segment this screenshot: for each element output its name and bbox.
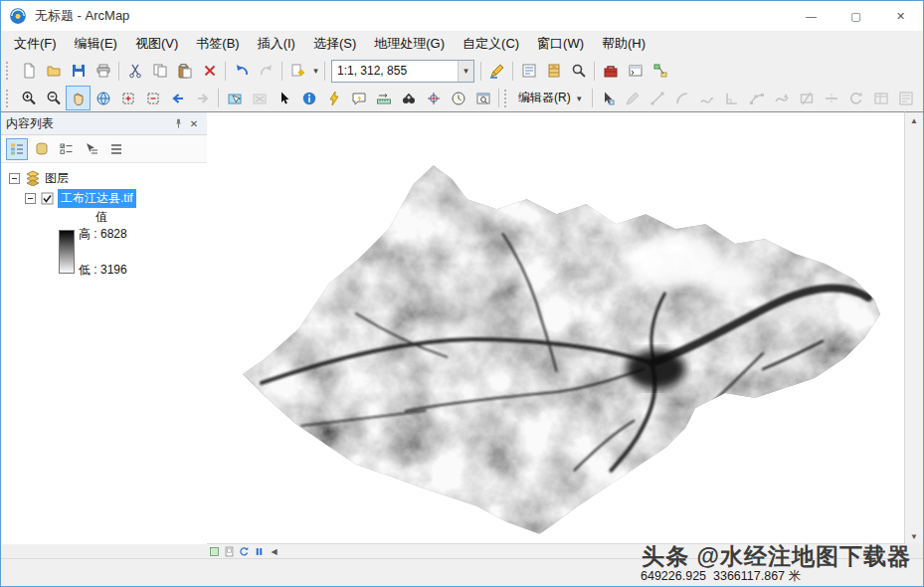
edit-sketch-button[interactable] (484, 59, 509, 84)
cut-polygons-button[interactable] (795, 86, 820, 110)
catalog-button[interactable] (541, 59, 566, 84)
chevron-down-icon[interactable]: ▾ (458, 61, 473, 82)
layer-checkbox[interactable] (41, 192, 54, 205)
new-map-button[interactable] (16, 59, 41, 84)
arctoolbox-button[interactable] (598, 59, 623, 84)
layers-group-label[interactable]: 图层 (45, 170, 69, 187)
editor-menu-button[interactable]: 编辑器(R) ▾ (514, 88, 589, 109)
trace-tool-button[interactable] (695, 86, 720, 110)
scroll-left-icon[interactable]: ◀ (267, 545, 281, 559)
menu-selection[interactable]: 选择(S) (304, 31, 365, 57)
measure-button[interactable] (371, 86, 396, 110)
toc-header[interactable]: 内容列表 ✕ (1, 112, 207, 135)
zoom-in-button[interactable] (16, 86, 41, 110)
sketch-properties-button[interactable] (894, 86, 919, 110)
select-features-button[interactable] (222, 86, 247, 110)
menu-file[interactable]: 文件(F) (5, 31, 66, 57)
right-angle-tool-button[interactable] (720, 86, 745, 110)
map-scale-input[interactable] (332, 64, 458, 78)
collapse-expander-icon[interactable] (9, 173, 20, 184)
attributes-button[interactable] (869, 86, 894, 110)
menu-view[interactable]: 视图(V) (126, 31, 187, 57)
tree-row-layers[interactable]: 图层 (1, 168, 207, 188)
add-data-button[interactable] (285, 59, 310, 84)
edit-vertices-button[interactable] (745, 86, 770, 110)
viewer-window-button[interactable] (470, 86, 495, 110)
refresh-view-button[interactable] (237, 545, 252, 559)
cut-button[interactable] (122, 59, 147, 84)
python-window-button[interactable] (623, 59, 647, 84)
layers-icon (25, 170, 41, 186)
reshape-feature-button[interactable] (770, 86, 795, 110)
hyperlink-button[interactable] (321, 86, 346, 110)
search-button[interactable] (566, 59, 591, 84)
undo-button[interactable] (229, 59, 254, 84)
toolbox-icon (603, 63, 619, 79)
vertical-scrollbar[interactable]: ▲ ▼ (904, 111, 923, 544)
go-to-xy-button[interactable] (421, 86, 446, 110)
pause-drawing-button[interactable] (252, 545, 267, 559)
close-button[interactable]: ✕ (878, 1, 923, 31)
collapse-expander-icon[interactable] (25, 193, 36, 204)
map-view[interactable] (207, 111, 907, 544)
data-view-button[interactable] (207, 545, 222, 559)
menu-help[interactable]: 帮助(H) (593, 31, 654, 57)
identify-button[interactable] (296, 86, 321, 110)
delete-button[interactable] (197, 59, 222, 84)
menu-windows[interactable]: 窗口(W) (528, 31, 593, 57)
arc-segment-button[interactable] (670, 86, 695, 110)
edit-tool-button[interactable] (596, 86, 621, 110)
attributes-table-icon (873, 91, 889, 106)
table-of-contents-button[interactable] (516, 59, 541, 84)
list-by-drawing-order-button[interactable] (6, 138, 28, 160)
select-elements-button[interactable] (272, 86, 296, 110)
pin-button[interactable] (170, 115, 186, 131)
toc-options-button[interactable] (105, 138, 127, 160)
scroll-up-icon[interactable]: ▲ (905, 112, 923, 128)
menu-customize[interactable]: 自定义(C) (454, 31, 528, 57)
go-back-extent-button[interactable] (165, 86, 190, 110)
zoom-out-button[interactable] (41, 86, 66, 110)
toolbar-grip[interactable] (504, 90, 510, 107)
menu-edit[interactable]: 编辑(E) (66, 31, 126, 57)
pan-hand-icon (71, 91, 87, 106)
fixed-zoom-in-button[interactable] (115, 86, 140, 110)
map-scale-combobox[interactable]: ▾ (331, 60, 474, 83)
list-by-source-button[interactable] (31, 138, 53, 160)
go-forward-extent-button[interactable] (190, 86, 215, 110)
print-button[interactable] (91, 59, 115, 84)
sketch-tool-button[interactable] (621, 86, 646, 110)
copy-button[interactable] (147, 59, 172, 84)
modelbuilder-button[interactable] (647, 59, 672, 84)
time-slider-button[interactable] (446, 86, 470, 110)
menu-insert[interactable]: 插入(I) (249, 31, 304, 57)
toolbar-grip[interactable] (6, 62, 12, 80)
straight-segment-icon (649, 91, 665, 106)
paste-button[interactable] (172, 59, 197, 84)
find-button[interactable] (396, 86, 421, 110)
toolbar-grip[interactable] (6, 90, 12, 107)
minimize-button[interactable]: — (789, 1, 833, 31)
tree-row-raster-layer[interactable]: 工布江达县.tif (1, 188, 207, 208)
fixed-zoom-out-button[interactable] (140, 86, 165, 110)
redo-button[interactable] (254, 59, 278, 84)
legend-high-label: 高 : 6828 (79, 226, 127, 243)
save-button[interactable] (66, 59, 91, 84)
raster-layer-name[interactable]: 工布江达县.tif (58, 189, 136, 208)
layout-view-button[interactable] (222, 545, 237, 559)
pan-button[interactable] (66, 86, 91, 110)
split-tool-button[interactable] (820, 86, 844, 110)
clear-selection-button[interactable] (247, 86, 272, 110)
straight-segment-button[interactable] (646, 86, 670, 110)
open-button[interactable] (41, 59, 66, 84)
list-by-selection-button[interactable] (81, 138, 102, 160)
list-by-visibility-button[interactable] (56, 138, 78, 160)
maximize-button[interactable]: ▢ (833, 1, 878, 31)
chevron-down-icon[interactable]: ▾ (310, 66, 321, 76)
html-popup-button[interactable] (346, 86, 371, 110)
toc-close-button[interactable]: ✕ (186, 115, 202, 131)
rotate-tool-button[interactable] (844, 86, 869, 110)
full-extent-button[interactable] (91, 86, 115, 110)
menu-bookmarks[interactable]: 书签(B) (187, 31, 248, 57)
menu-geoprocessing[interactable]: 地理处理(G) (365, 31, 454, 57)
